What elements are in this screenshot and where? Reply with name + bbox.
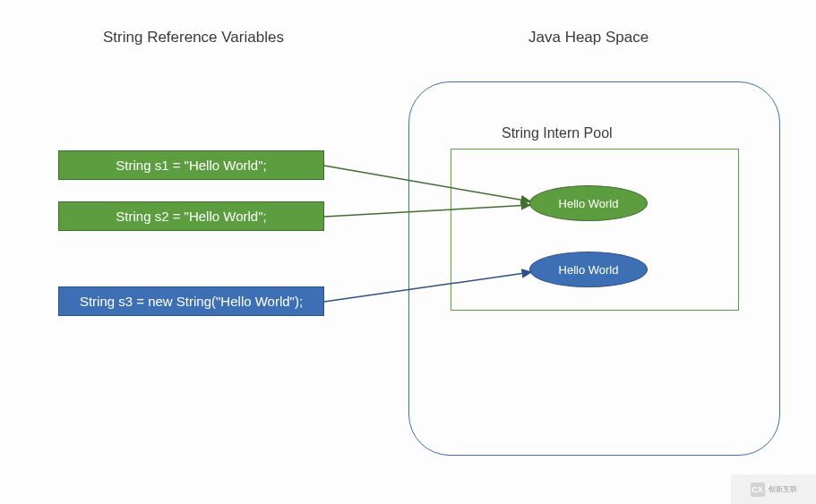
intern-pool-label: String Intern Pool: [502, 125, 613, 141]
right-section-title: Java Heap Space: [528, 29, 649, 47]
heap-string-obj2: Hello World: [529, 252, 648, 287]
watermark-text: 创新互联: [769, 484, 797, 494]
watermark-logo-icon: CX: [751, 483, 765, 497]
string-ref-s2: String s2 = "Hello World";: [58, 201, 324, 231]
string-ref-s3: String s3 = new String("Hello World");: [58, 286, 324, 316]
left-section-title: String Reference Variables: [103, 29, 284, 47]
watermark: CX 创新互联: [731, 474, 816, 504]
pooled-string-obj1: Hello World: [529, 185, 648, 221]
string-ref-s1: String s1 = "Hello World";: [58, 150, 324, 180]
